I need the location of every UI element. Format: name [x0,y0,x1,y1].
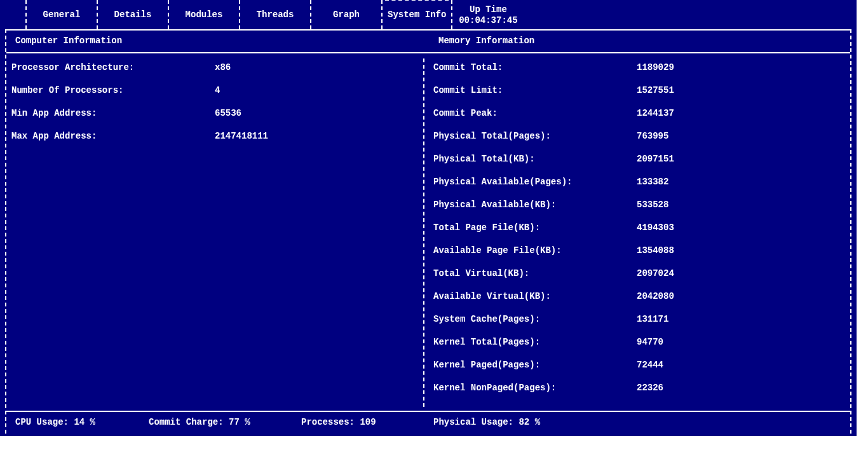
info-value: 2097151 [637,154,674,164]
info-row: Available Page File(KB): 1354088 [433,245,840,268]
tab-graph[interactable]: Graph [310,0,381,29]
info-row: Physical Total(KB): 2097151 [433,154,840,177]
info-label: Kernel Paged(Pages): [433,360,637,370]
info-row: Total Page File(KB): 4194303 [433,223,840,245]
info-value: 72444 [637,360,663,370]
info-label: Max App Address: [11,131,215,141]
info-value: 133382 [637,177,668,187]
info-label: Kernel NonPaged(Pages): [433,383,637,393]
info-label: System Cache(Pages): [433,314,637,324]
info-label: Min App Address: [11,108,215,118]
computer-info-panel: Processor Architecture: x86 Number Of Pr… [11,62,418,154]
info-label: Physical Available(KB): [433,200,637,210]
info-value: 763995 [637,131,668,141]
info-row: Available Virtual(KB): 2042080 [433,291,840,314]
section-headers: Computer Information Memory Information [0,36,857,51]
app-window: General Details Modules Threads Graph Sy… [0,0,857,436]
status-procs: Processes: 109 [301,417,433,432]
info-value: 22326 [637,383,663,393]
status-cpu: CPU Usage: 14 % [15,417,149,432]
info-value: 1354088 [637,245,674,256]
info-label: Physical Total(Pages): [433,131,637,141]
status-physical: Physical Usage: 82 % [433,417,540,432]
info-value: 4194303 [637,223,674,233]
info-row: System Cache(Pages): 131171 [433,314,840,337]
section-title-memory: Memory Information [438,36,534,46]
divider [6,411,850,412]
tab-general[interactable]: General [25,0,97,29]
info-value: 533528 [637,200,668,210]
tab-label: Graph [333,9,360,20]
info-row: Physical Total(Pages): 763995 [433,131,840,154]
info-row: Min App Address: 65536 [11,108,418,131]
info-value: 2147418111 [215,131,268,141]
tab-label: Details [114,9,152,20]
info-label: Total Page File(KB): [433,223,637,233]
info-row: Number Of Processors: 4 [11,85,418,108]
info-row: Physical Available(KB): 533528 [433,200,840,223]
tab-threads[interactable]: Threads [239,0,310,29]
tab-label: Modules [186,9,223,20]
status-commit: Commit Charge: 77 % [149,417,301,432]
info-value: 2042080 [637,291,674,301]
info-row: Commit Limit: 1527551 [433,85,840,108]
memory-info-panel: Commit Total: 1189029 Commit Limit: 1527… [433,62,840,406]
tab-label: Threads [257,9,294,20]
info-row: Physical Available(Pages): 133382 [433,177,840,200]
info-label: Physical Available(Pages): [433,177,637,187]
info-value: 2097024 [637,268,674,278]
info-value: x86 [215,62,231,72]
content-area: Processor Architecture: x86 Number Of Pr… [0,62,857,402]
info-value: 65536 [215,108,241,118]
tab-label: General [43,9,81,20]
tab-details[interactable]: Details [97,0,168,29]
up-time-value: 00:04:37:45 [459,15,517,25]
info-label: Commit Total: [433,62,637,72]
info-label: Commit Peak: [433,108,637,118]
info-label: Available Page File(KB): [433,245,637,256]
info-label: Processor Architecture: [11,62,215,72]
info-value: 94770 [637,337,663,347]
divider [6,52,850,53]
info-value: 1244137 [637,108,674,118]
section-title-computer: Computer Information [15,36,122,46]
info-value: 1189029 [637,62,674,72]
info-row: Processor Architecture: x86 [11,62,418,85]
tab-label: System Info [388,9,446,20]
info-row: Commit Peak: 1244137 [433,108,840,131]
info-value: 1527551 [637,85,674,95]
info-value: 131171 [637,314,668,324]
info-row: Kernel Paged(Pages): 72444 [433,360,840,383]
tab-label: Up Time [470,4,507,15]
status-bar: CPU Usage: 14 % Commit Charge: 77 % Proc… [15,417,849,432]
info-row: Kernel Total(Pages): 94770 [433,337,840,360]
tab-system-info[interactable]: System Info [381,0,452,29]
info-label: Number Of Processors: [11,85,215,95]
divider [6,29,850,31]
info-row: Max App Address: 2147418111 [11,131,418,154]
info-value: 4 [215,85,220,95]
info-label: Physical Total(KB): [433,154,637,164]
info-label: Commit Limit: [433,85,637,95]
info-label: Kernel Total(Pages): [433,337,637,347]
info-label: Total Virtual(KB): [433,268,637,278]
info-row: Total Virtual(KB): 2097024 [433,268,840,291]
tab-bar: General Details Modules Threads Graph Sy… [0,0,857,29]
info-row: Kernel NonPaged(Pages): 22326 [433,383,840,406]
info-label: Available Virtual(KB): [433,291,637,301]
tab-modules[interactable]: Modules [168,0,239,29]
tab-up-time[interactable]: Up Time 00:04:37:45 [452,0,524,29]
info-row: Commit Total: 1189029 [433,62,840,85]
